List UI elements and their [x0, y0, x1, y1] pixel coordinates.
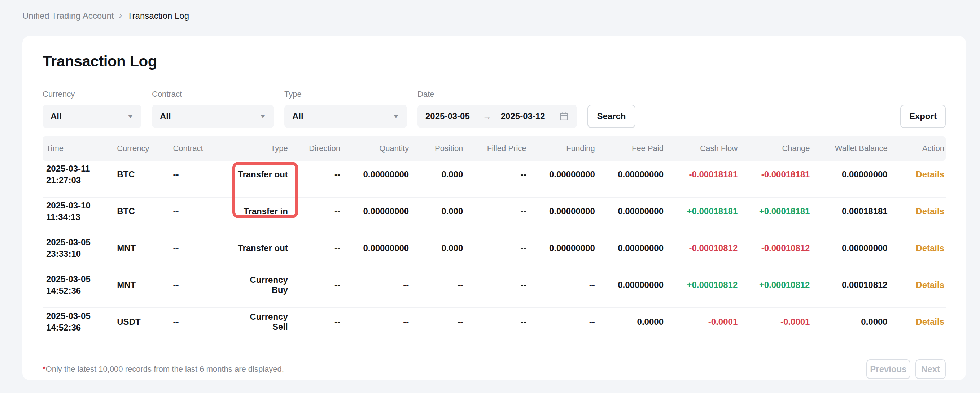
cell-action: Details [893, 308, 946, 344]
column-header-label: Cash Flow [700, 144, 738, 153]
previous-page-button[interactable]: Previous [866, 359, 910, 379]
cell-currency: USDT [111, 308, 167, 344]
column-header-label: Type [270, 144, 288, 153]
type-filter-label: Type [284, 89, 407, 99]
cell-wallet_balance: 0.0000 [816, 308, 893, 344]
column-header-label: Direction [309, 144, 340, 153]
table-row: 2025-03-1011:34:13BTC--Transfer in--0.00… [43, 197, 946, 234]
cell-contract: -- [167, 308, 228, 344]
cell-direction: -- [294, 308, 346, 344]
cell-position: 0.000 [415, 161, 469, 197]
cell-wallet_balance: 0.00018181 [816, 197, 893, 234]
column-header-time: Time [43, 136, 111, 161]
column-header-label: Quantity [379, 144, 409, 153]
date-range-picker[interactable]: 2025-03-05 → 2025-03-12 [417, 105, 577, 128]
column-header-label: Wallet Balance [835, 144, 888, 153]
cell-contract: -- [167, 161, 228, 197]
search-button[interactable]: Search [587, 105, 635, 128]
breadcrumb-parent-link[interactable]: Unified Trading Account [22, 11, 114, 21]
contract-select[interactable]: All ▼ [152, 105, 274, 128]
column-header-label: Fee Paid [632, 144, 663, 153]
note-text: Only the latest 10,000 records from the … [46, 364, 284, 374]
cell-fee_paid: 0.0000 [601, 308, 669, 344]
next-page-button[interactable]: Next [915, 359, 946, 379]
column-header-action: Action [893, 136, 946, 161]
cell-type: Transfer out [229, 161, 294, 197]
cell-time-date: 2025-03-05 [46, 310, 105, 322]
currency-select-value: All [51, 111, 62, 121]
column-header-type: Type [229, 136, 294, 161]
cell-time-clock: 14:52:36 [46, 285, 105, 297]
chevron-down-icon: ▼ [126, 113, 135, 120]
cell-fee_paid: 0.00000000 [601, 271, 669, 308]
cell-direction: -- [294, 161, 346, 197]
cell-type: Currency Sell [229, 308, 294, 344]
date-filter-group: Date 2025-03-05 → 2025-03-12 [417, 89, 577, 128]
cell-funding: 0.00000000 [532, 161, 601, 197]
cell-direction: -- [294, 234, 346, 271]
column-header-label: Position [435, 144, 463, 153]
cell-change: +0.00010812 [743, 271, 816, 308]
cell-type: Transfer out [229, 234, 294, 271]
cell-fee_paid: 0.00000000 [601, 161, 669, 197]
export-button[interactable]: Export [900, 105, 946, 128]
column-header-contract: Contract [167, 136, 228, 161]
details-link[interactable]: Details [916, 169, 944, 179]
column-header-label: Filled Price [487, 144, 527, 153]
cell-action: Details [893, 161, 946, 197]
cell-change: -0.00010812 [743, 234, 816, 271]
cell-cash_flow: +0.00018181 [669, 197, 743, 234]
cell-cash_flow: -0.00010812 [669, 234, 743, 271]
contract-filter-label: Contract [152, 89, 274, 99]
cell-filled_price: -- [469, 308, 532, 344]
column-header-label: Action [922, 144, 944, 153]
table-footer: *Only the latest 10,000 records from the… [43, 359, 946, 379]
cell-currency: MNT [111, 271, 167, 308]
cell-quantity: -- [346, 271, 415, 308]
page-title: Transaction Log [43, 53, 946, 70]
cell-quantity: 0.00000000 [346, 161, 415, 197]
cell-contract: -- [167, 234, 228, 271]
cell-wallet_balance: 0.00000000 [816, 234, 893, 271]
column-header-label: Currency [117, 144, 149, 153]
column-header-filled_price: Filled Price [469, 136, 532, 161]
details-link[interactable]: Details [916, 280, 944, 290]
currency-select[interactable]: All ▼ [43, 105, 142, 128]
cell-change: -0.0001 [743, 308, 816, 344]
column-header-wallet_balance: Wallet Balance [816, 136, 893, 161]
column-header-fee_paid: Fee Paid [601, 136, 669, 161]
table-row: 2025-03-0523:33:10MNT--Transfer out--0.0… [43, 234, 946, 271]
cell-cash_flow: -0.0001 [669, 308, 743, 344]
column-header-change[interactable]: Change [743, 136, 816, 161]
cell-currency: BTC [111, 197, 167, 234]
cell-filled_price: -- [469, 271, 532, 308]
cell-funding: -- [532, 308, 601, 344]
filter-bar: Currency All ▼ Contract All ▼ Type All ▼… [43, 89, 946, 128]
column-header-label: Contract [173, 144, 203, 153]
type-filter-group: Type All ▼ [284, 89, 407, 128]
cell-time-clock: 23:33:10 [46, 248, 105, 260]
type-select[interactable]: All ▼ [284, 105, 407, 128]
arrow-right-icon: → [483, 111, 492, 121]
cell-quantity: 0.00000000 [346, 197, 415, 234]
cell-time-date: 2025-03-05 [46, 236, 105, 248]
details-link[interactable]: Details [916, 317, 944, 326]
cell-time: 2025-03-1121:27:03 [43, 161, 111, 197]
column-header-funding[interactable]: Funding [532, 136, 601, 161]
cell-time: 2025-03-0514:52:36 [43, 308, 111, 344]
cell-quantity: 0.00000000 [346, 234, 415, 271]
chevron-down-icon: ▼ [392, 113, 400, 120]
records-limit-note: *Only the latest 10,000 records from the… [43, 364, 284, 374]
column-header-label: Funding [566, 144, 595, 155]
cell-wallet_balance: 0.00000000 [816, 161, 893, 197]
date-end-value: 2025-03-12 [501, 111, 545, 121]
date-start-value: 2025-03-05 [425, 111, 470, 121]
cell-funding: 0.00000000 [532, 197, 601, 234]
cell-type: Transfer in [229, 197, 294, 234]
column-header-cash_flow: Cash Flow [669, 136, 743, 161]
details-link[interactable]: Details [916, 206, 944, 216]
type-select-value: All [292, 111, 304, 121]
details-link[interactable]: Details [916, 243, 944, 253]
cell-wallet_balance: 0.00010812 [816, 271, 893, 308]
cell-position: -- [415, 308, 469, 344]
